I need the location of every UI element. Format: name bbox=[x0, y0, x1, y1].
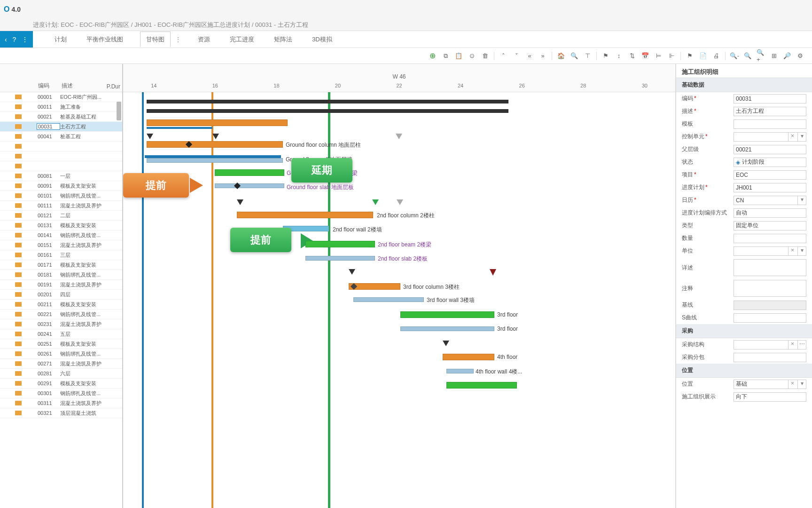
col-code[interactable]: 编码 bbox=[36, 82, 60, 90]
toolbar-btn-24[interactable]: 🖨 bbox=[712, 52, 720, 60]
table-row[interactable]: 00301 钢筋绑扎及线管... bbox=[0, 389, 122, 398]
table-row[interactable]: 00271 混凝土浇筑及养护 bbox=[0, 359, 122, 369]
table-row[interactable]: 00091 模板及支架安装 bbox=[0, 181, 122, 191]
table-row[interactable] bbox=[0, 151, 122, 161]
tab-5[interactable]: 矩阵法 bbox=[271, 32, 295, 48]
toolbar-btn-15[interactable]: ⚑ bbox=[601, 52, 610, 60]
dropdown-icon[interactable]: ▾ bbox=[797, 380, 806, 389]
toolbar-btn-3[interactable]: ⊙ bbox=[468, 52, 476, 60]
toolbar-btn-29[interactable]: ⊞ bbox=[770, 52, 778, 60]
toolbar-btn-0[interactable]: ⊕ bbox=[428, 52, 437, 60]
toolbar-btn-4[interactable]: 🗑 bbox=[481, 52, 489, 60]
table-row[interactable]: 00141 钢筋绑扎及线管... bbox=[0, 230, 122, 240]
dropdown-icon[interactable]: ▾ bbox=[797, 196, 806, 205]
input-unit[interactable]: ×▾ bbox=[734, 246, 806, 256]
bar-4f-wall[interactable] bbox=[446, 369, 474, 373]
toolbar-btn-20[interactable]: ⊩ bbox=[667, 52, 676, 60]
bar-3f-b[interactable] bbox=[400, 326, 494, 331]
toolbar-btn-8[interactable]: « bbox=[525, 52, 534, 60]
tab-0[interactable]: 计划 bbox=[52, 32, 70, 48]
toolbar-btn-6[interactable]: ˄ bbox=[499, 52, 508, 60]
tab-more-icon[interactable]: ⋮ bbox=[175, 36, 181, 43]
table-row[interactable]: 00221 钢筋绑扎及线管... bbox=[0, 310, 122, 319]
bar-2f-column[interactable] bbox=[237, 212, 373, 218]
gantt-body[interactable]: Ground floor column 地面层柱 提前 Ground floor… bbox=[123, 92, 675, 508]
tab-1[interactable]: 平衡作业线图 bbox=[84, 32, 126, 48]
table-row[interactable]: 00081 一层 bbox=[0, 171, 122, 181]
input-code[interactable]: 00031 bbox=[734, 94, 806, 103]
table-row[interactable]: 00311 混凝土浇筑及养护 bbox=[0, 398, 122, 408]
col-pdur[interactable]: P.Dur bbox=[103, 83, 122, 90]
table-row[interactable]: 00241 五层 bbox=[0, 329, 122, 339]
dropdown-icon[interactable]: ▾ bbox=[797, 247, 806, 255]
toolbar-btn-26[interactable]: 🔍- bbox=[730, 52, 739, 60]
table-row[interactable]: 00151 混凝土浇筑及养护 bbox=[0, 240, 122, 250]
toolbar-btn-19[interactable]: ⊨ bbox=[654, 52, 663, 60]
dropdown-icon[interactable]: ▾ bbox=[797, 133, 806, 141]
table-row[interactable]: 00171 模板及支架安装 bbox=[0, 260, 122, 270]
table-row[interactable]: 00041 桩基工程 bbox=[0, 132, 122, 142]
activity-rows[interactable]: 00001 EOC-RIB广州园... 00011 施工准备 00021 桩基及… bbox=[0, 92, 122, 508]
input-scurve[interactable] bbox=[734, 313, 806, 323]
table-row[interactable] bbox=[0, 161, 122, 171]
toolbar-btn-1[interactable]: ⧉ bbox=[441, 52, 450, 60]
section-location[interactable]: 位置 bbox=[676, 364, 812, 378]
table-row[interactable]: 00281 六层 bbox=[0, 369, 122, 379]
bar-3f-wall[interactable] bbox=[353, 297, 424, 302]
toolbar-btn-2[interactable]: 📋 bbox=[454, 52, 463, 60]
bar-gf-wall[interactable] bbox=[147, 158, 283, 163]
textarea-note[interactable] bbox=[734, 280, 806, 297]
table-row[interactable]: 00261 钢筋绑扎及线管... bbox=[0, 349, 122, 359]
input-org-display[interactable]: 向下 bbox=[734, 392, 806, 402]
bar-gf-slab[interactable] bbox=[215, 183, 284, 188]
table-row[interactable]: 00021 桩基及基础工程 bbox=[0, 112, 122, 122]
table-row[interactable]: 00251 模板及支架安装 bbox=[0, 339, 122, 349]
clear-icon[interactable]: × bbox=[788, 247, 796, 255]
bar-gf-column[interactable] bbox=[147, 141, 283, 148]
bar-3f-a[interactable] bbox=[400, 311, 494, 318]
table-row[interactable]: 00001 EOC-RIB广州园... bbox=[0, 92, 122, 102]
section-purchase[interactable]: 采购 bbox=[676, 324, 812, 338]
bar-4f-green[interactable] bbox=[446, 382, 517, 389]
table-row[interactable]: 00101 钢筋绑扎及线管... bbox=[0, 191, 122, 201]
table-row[interactable] bbox=[0, 142, 122, 151]
back-icon[interactable]: ‹ bbox=[5, 36, 7, 43]
clear-icon[interactable]: × bbox=[788, 341, 796, 349]
toolbar-btn-13[interactable]: ⊤ bbox=[583, 52, 592, 60]
input-calendar[interactable]: CN▾ bbox=[734, 196, 806, 205]
more-icon[interactable]: ⋯ bbox=[797, 341, 806, 349]
clear-icon[interactable]: × bbox=[788, 380, 796, 389]
table-row[interactable]: 00011 施工准备 bbox=[0, 102, 122, 112]
help-icon[interactable]: ? bbox=[12, 36, 16, 43]
table-row[interactable]: 00191 混凝土浇筑及养护 bbox=[0, 280, 122, 290]
tab-6[interactable]: 3D模拟 bbox=[309, 32, 335, 48]
bar-2f-slab[interactable] bbox=[305, 256, 375, 261]
table-row[interactable]: 00031 土石方工程 bbox=[0, 122, 122, 132]
toolbar-btn-30[interactable]: 🔎 bbox=[783, 52, 791, 60]
toolbar-btn-17[interactable]: ⇅ bbox=[628, 52, 636, 60]
toolbar-btn-22[interactable]: ⚑ bbox=[686, 52, 694, 60]
table-row[interactable]: 00111 混凝土浇筑及养护 bbox=[0, 201, 122, 211]
input-parent[interactable]: 00021 bbox=[734, 145, 806, 154]
table-row[interactable]: 00211 模板及支架安装 bbox=[0, 300, 122, 310]
table-row[interactable]: 00321 顶层混凝土浇筑 bbox=[0, 408, 122, 418]
table-row[interactable]: 00181 钢筋绑扎及线管... bbox=[0, 270, 122, 280]
toolbar-btn-9[interactable]: » bbox=[539, 52, 547, 60]
toolbar-btn-31[interactable]: ⚙ bbox=[796, 52, 804, 60]
clear-icon[interactable]: × bbox=[788, 133, 796, 141]
table-row[interactable]: 00291 模板及支架安装 bbox=[0, 379, 122, 389]
bar-orange[interactable] bbox=[147, 119, 288, 126]
tab-3[interactable]: 资源 bbox=[195, 32, 213, 48]
input-type[interactable]: 固定单位 bbox=[734, 221, 806, 230]
section-basic[interactable]: 基础数据 bbox=[676, 78, 812, 92]
col-desc[interactable]: 描述 bbox=[60, 82, 103, 90]
input-purchase-pkg[interactable] bbox=[734, 353, 806, 362]
table-row[interactable]: 00201 四层 bbox=[0, 290, 122, 300]
tab-4[interactable]: 完工进度 bbox=[227, 32, 257, 48]
table-row[interactable]: 00121 二层 bbox=[0, 211, 122, 221]
textarea-detail[interactable] bbox=[734, 259, 806, 276]
toolbar-btn-12[interactable]: 🔍 bbox=[570, 52, 578, 60]
toolbar-btn-11[interactable]: 🏠 bbox=[557, 52, 565, 60]
bar-4f-a[interactable] bbox=[443, 354, 494, 360]
table-row[interactable]: 00161 三层 bbox=[0, 250, 122, 260]
